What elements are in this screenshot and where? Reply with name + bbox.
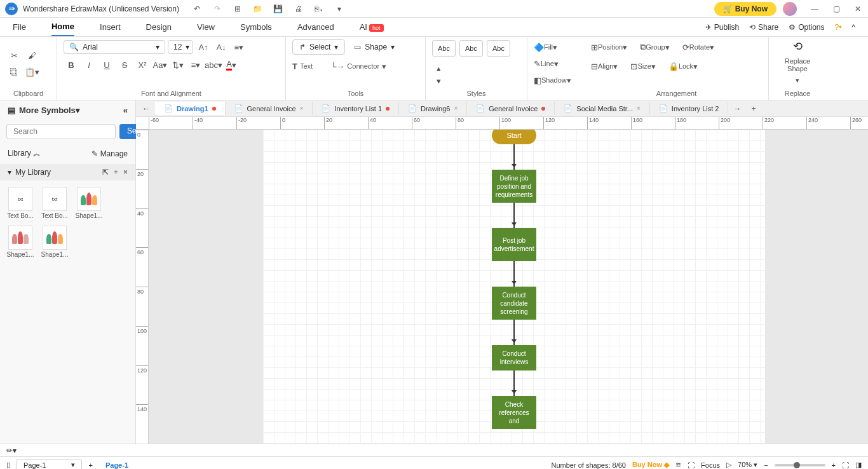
increase-font-icon[interactable]: A↑	[196, 39, 211, 55]
fit-icon[interactable]: ⛶	[688, 461, 695, 469]
present-icon[interactable]: ▷	[726, 461, 731, 469]
zoom-in-icon[interactable]: +	[832, 461, 836, 469]
tab-add-icon[interactable]: +	[746, 102, 761, 116]
more-symbols-button[interactable]: More Symbols▾	[19, 105, 80, 115]
close-icon[interactable]: ✕	[853, 4, 863, 14]
flowchart-box[interactable]: Conduct interviews	[492, 345, 536, 370]
new-icon[interactable]: ⊞	[233, 4, 243, 14]
doc-tab[interactable]: 📄 Inventory List 1	[313, 102, 399, 115]
shadow-button[interactable]: ◧ Shadow▾	[534, 72, 571, 88]
open-icon[interactable]: 📁	[253, 4, 263, 14]
zoom-level[interactable]: 70% ▾	[738, 461, 757, 469]
shape-item[interactable]: txtText Bo...	[6, 187, 34, 219]
tab-close-icon[interactable]: ×	[454, 105, 458, 112]
collapse-panel-icon[interactable]: «	[123, 105, 128, 115]
menu-advanced[interactable]: Advanced	[297, 18, 334, 36]
collapse-ribbon-icon[interactable]: ^	[851, 23, 855, 32]
text-direction-icon[interactable]: abc▾	[206, 57, 221, 72]
bullets-icon[interactable]: ≡▾	[188, 57, 203, 72]
strikethrough-icon[interactable]: S	[117, 57, 132, 72]
flowchart-box[interactable]: Check references and	[492, 396, 536, 429]
minimize-icon[interactable]: —	[810, 4, 820, 14]
decrease-font-icon[interactable]: A↓	[214, 39, 229, 55]
shape-item[interactable]: Shape1...	[75, 187, 103, 219]
library-button[interactable]: Library ︽	[8, 148, 41, 159]
case-icon[interactable]: Aa▾	[153, 57, 168, 72]
replace-shape-icon[interactable]: ⟲	[793, 39, 803, 53]
layer-icon[interactable]: ≋	[675, 461, 681, 469]
flowchart-start[interactable]: Start	[492, 130, 536, 144]
print-icon[interactable]: 🖨	[294, 4, 304, 14]
select-tool-button[interactable]: ↱ Select ▾	[292, 39, 345, 55]
text-tool-button[interactable]: T Text	[292, 58, 313, 74]
bold-icon[interactable]: B	[64, 57, 79, 72]
style-preset-3[interactable]: Abc	[487, 40, 510, 57]
style-preset-2[interactable]: Abc	[459, 40, 483, 57]
options-button[interactable]: ⚙Options	[789, 23, 824, 32]
fill-button[interactable]: 🔷 Fill▾	[534, 39, 557, 55]
font-family-select[interactable]: 🔍 Arial ▾	[64, 40, 165, 54]
add-lib-icon[interactable]: +	[114, 168, 118, 177]
cut-icon[interactable]: ✂	[6, 48, 22, 64]
group-button[interactable]: ⧉ Group▾	[640, 39, 670, 55]
connector-tool-button[interactable]: └→ Connector ▾	[330, 58, 386, 74]
outline-icon[interactable]: ▯	[6, 461, 10, 469]
tab-close-icon[interactable]: ×	[637, 105, 641, 112]
shape-item[interactable]: Shape1...	[6, 226, 34, 258]
tab-next-icon[interactable]: →	[728, 102, 746, 116]
shape-item[interactable]: Shape1...	[41, 226, 69, 258]
symbol-search-input[interactable]	[6, 124, 116, 139]
flowchart-box[interactable]: Conduct candidate screening	[492, 287, 536, 320]
shape-tool-button[interactable]: ▭ Shape ▾	[348, 40, 401, 54]
shape-item[interactable]: txtText Bo...	[41, 187, 69, 219]
doc-tab[interactable]: 📄 Social Media Str... ×	[555, 102, 650, 115]
manage-button[interactable]: ✎ Manage	[92, 149, 128, 158]
align-paragraph-icon[interactable]: ≡▾	[231, 39, 247, 55]
doc-tab[interactable]: 📄 General Invoice	[467, 102, 555, 115]
fullscreen-icon[interactable]: ⛶	[842, 461, 849, 469]
chevron-down-icon[interactable]: ▾	[8, 168, 11, 177]
status-buy-now[interactable]: Buy Now ◆	[632, 461, 669, 469]
share-button[interactable]: ⟲Share	[749, 23, 778, 32]
font-color-icon[interactable]: A▾	[224, 57, 239, 72]
buy-now-button[interactable]: 🛒 Buy Now	[714, 2, 776, 16]
lock-button[interactable]: 🔒 Lock▾	[668, 58, 698, 74]
underline-icon[interactable]: U	[99, 57, 114, 72]
line-spacing-icon[interactable]: ⇅▾	[170, 57, 186, 72]
font-size-select[interactable]: 12 ▾	[168, 40, 193, 54]
menu-view[interactable]: View	[197, 18, 215, 36]
rotate-button[interactable]: ⟳ Rotate▾	[682, 39, 714, 55]
align-button[interactable]: ⊟ Align▾	[591, 58, 618, 74]
menu-file[interactable]: File	[13, 18, 26, 36]
menu-home[interactable]: Home	[51, 18, 74, 36]
tab-close-icon[interactable]: ×	[300, 105, 304, 112]
doc-tab[interactable]: 📄 Drawing6 ×	[399, 102, 467, 115]
flowchart-box[interactable]: Post job advertisement	[492, 228, 536, 261]
superscript-icon[interactable]: X²	[135, 57, 150, 72]
menu-design[interactable]: Design	[146, 18, 172, 36]
style-scroll-up-icon[interactable]: ▴	[432, 62, 445, 75]
style-scroll-down-icon[interactable]: ▾	[432, 75, 445, 88]
undo-icon[interactable]: ↶	[192, 4, 202, 14]
menu-insert[interactable]: Insert	[100, 18, 121, 36]
save-icon[interactable]: 💾	[273, 4, 283, 14]
tab-prev-icon[interactable]: ←	[137, 102, 155, 116]
menu-symbols[interactable]: Symbols	[240, 18, 272, 36]
doc-tab[interactable]: 📄 General Invoice ×	[226, 102, 313, 115]
close-lib-icon[interactable]: ×	[123, 168, 128, 177]
line-button[interactable]: ✎ Line▾	[534, 56, 559, 71]
paste-icon[interactable]: 📋▾	[24, 65, 39, 80]
canvas[interactable]: Start Define job position and requiremen…	[149, 130, 868, 444]
size-button[interactable]: ⊡ Size▾	[630, 58, 655, 74]
menu-ai[interactable]: AIhot	[360, 18, 384, 36]
zoom-slider[interactable]	[775, 464, 825, 466]
format-painter-icon[interactable]: 🖌	[24, 48, 39, 64]
page-selector[interactable]: Page-1▾	[17, 459, 82, 469]
help-icon[interactable]: ?•	[834, 23, 841, 32]
page-tab[interactable]: Page-1	[99, 459, 135, 470]
focus-button[interactable]: Focus	[701, 461, 720, 469]
eyedropper-icon[interactable]: ✏▾	[6, 446, 17, 455]
maximize-icon[interactable]: ▢	[831, 4, 841, 14]
doc-tab[interactable]: 📄 Drawing1	[155, 102, 226, 115]
style-preset-1[interactable]: Abc	[432, 40, 456, 57]
